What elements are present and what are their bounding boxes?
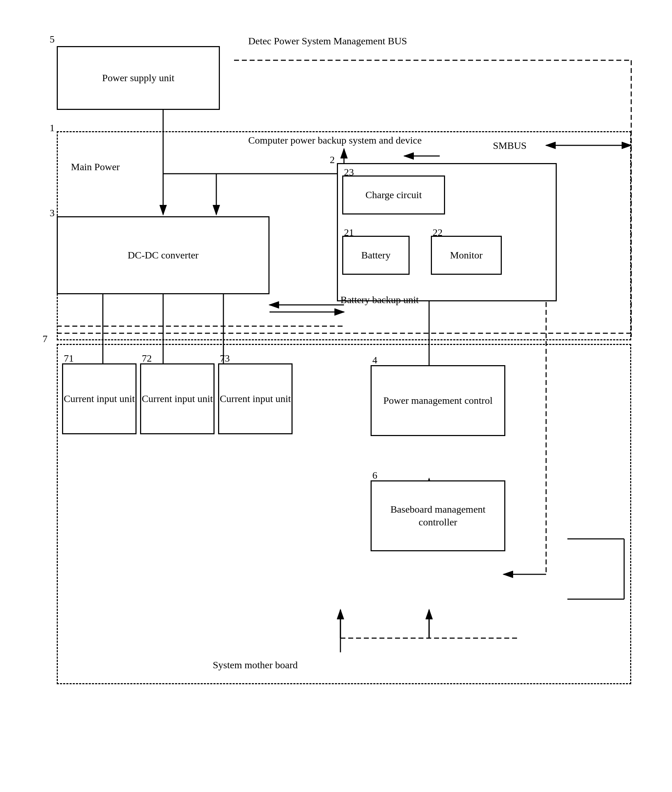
dc-dc-label: DC-DC converter — [128, 249, 198, 262]
label-7: 7 — [43, 333, 48, 345]
label-1: 1 — [50, 122, 54, 134]
label-4: 4 — [372, 354, 377, 366]
power-supply-box: Power supply unit — [57, 46, 220, 110]
smbus-label: SMBUS — [493, 140, 526, 152]
main-power-label: Main Power — [71, 161, 120, 172]
battery-box: Battery — [342, 236, 410, 275]
battery-label: Battery — [362, 249, 390, 262]
label-71: 71 — [64, 353, 74, 364]
current-input-3-label: Current input unit — [220, 393, 291, 405]
label-6: 6 — [372, 470, 377, 481]
current-input-3-box: Current input unit — [218, 363, 293, 434]
monitor-box: Monitor — [431, 236, 502, 275]
bus-label: Detec Power System Management BUS — [248, 35, 407, 47]
label-5: 5 — [50, 34, 54, 45]
baseboard-label: Baseboard management controller — [372, 503, 504, 529]
label-2: 2 — [330, 154, 335, 166]
current-input-1-box: Current input unit — [62, 363, 136, 434]
charge-circuit-box: Charge circuit — [342, 176, 445, 214]
dc-dc-box: DC-DC converter — [57, 216, 269, 294]
power-supply-label: Power supply unit — [102, 72, 174, 85]
label-73: 73 — [220, 353, 230, 364]
power-mgmt-label: Power management control — [383, 394, 493, 407]
baseboard-box: Baseboard management controller — [371, 481, 505, 551]
current-input-2-label: Current input unit — [142, 393, 213, 405]
charge-circuit-label: Charge circuit — [366, 188, 422, 201]
current-input-1-label: Current input unit — [64, 393, 135, 405]
current-input-2-box: Current input unit — [140, 363, 214, 434]
label-3: 3 — [50, 208, 54, 219]
computer-backup-label: Computer power backup system and device — [248, 135, 422, 146]
label-72: 72 — [142, 353, 152, 364]
system-mother-label: System mother board — [213, 659, 298, 671]
power-mgmt-box: Power management control — [371, 365, 505, 436]
battery-backup-label: Battery backup unit — [341, 294, 419, 306]
monitor-label: Monitor — [450, 249, 483, 262]
